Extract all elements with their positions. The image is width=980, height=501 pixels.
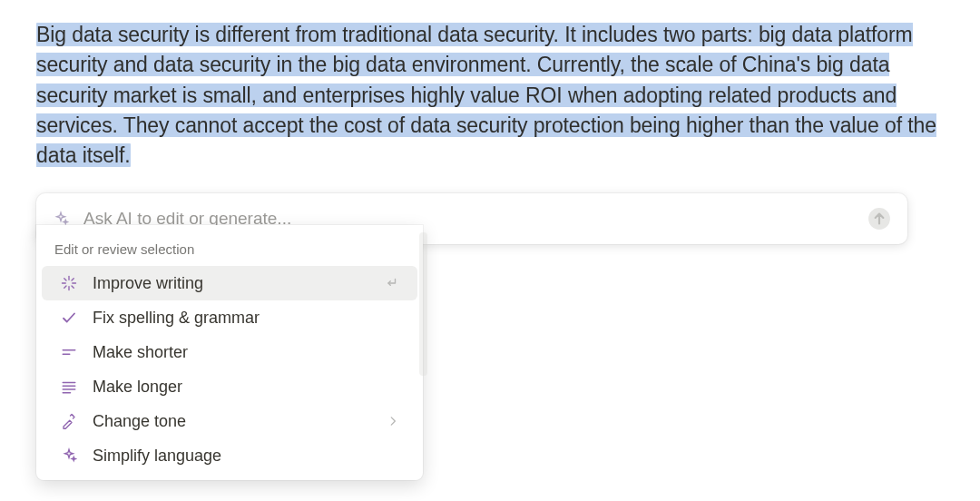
menu-item-improve-writing[interactable]: Improve writing — [42, 266, 417, 300]
menu-item-label: Simplify language — [93, 447, 399, 466]
menu-item-label: Make shorter — [93, 343, 399, 362]
dropdown-items: Improve writing Fix spelling & grammar M… — [36, 266, 423, 473]
lines-short-icon — [60, 343, 78, 361]
menu-item-change-tone[interactable]: Change tone — [42, 404, 417, 438]
selected-paragraph[interactable]: Big data security is different from trad… — [36, 20, 944, 172]
svg-line-6 — [72, 286, 74, 288]
svg-line-5 — [64, 279, 66, 280]
menu-item-label: Make longer — [93, 378, 399, 397]
dropdown-scrollbar[interactable] — [419, 232, 427, 376]
menu-item-fix-spelling[interactable]: Fix spelling & grammar — [42, 300, 417, 335]
check-icon — [60, 309, 78, 327]
svg-line-8 — [72, 279, 74, 280]
menu-item-label: Improve writing — [93, 274, 368, 293]
sparkle-icon — [60, 447, 78, 465]
menu-item-label: Change tone — [93, 412, 372, 431]
chevron-right-icon — [387, 415, 399, 427]
menu-item-make-longer[interactable]: Make longer — [42, 369, 417, 404]
menu-item-simplify[interactable]: Simplify language — [42, 438, 417, 473]
enter-key-icon — [383, 275, 399, 291]
menu-item-make-shorter[interactable]: Make shorter — [42, 335, 417, 369]
submit-arrow-icon[interactable] — [867, 207, 891, 231]
lines-long-icon — [60, 378, 78, 396]
dropdown-section-title: Edit or review selection — [36, 236, 423, 266]
mic-pen-icon — [60, 412, 78, 430]
sparkle-burst-icon — [60, 274, 78, 292]
svg-line-7 — [64, 286, 66, 288]
selected-text-span: Big data security is different from trad… — [36, 23, 936, 167]
ai-actions-dropdown: Edit or review selection Improve writing… — [36, 225, 423, 480]
menu-item-label: Fix spelling & grammar — [93, 309, 399, 328]
